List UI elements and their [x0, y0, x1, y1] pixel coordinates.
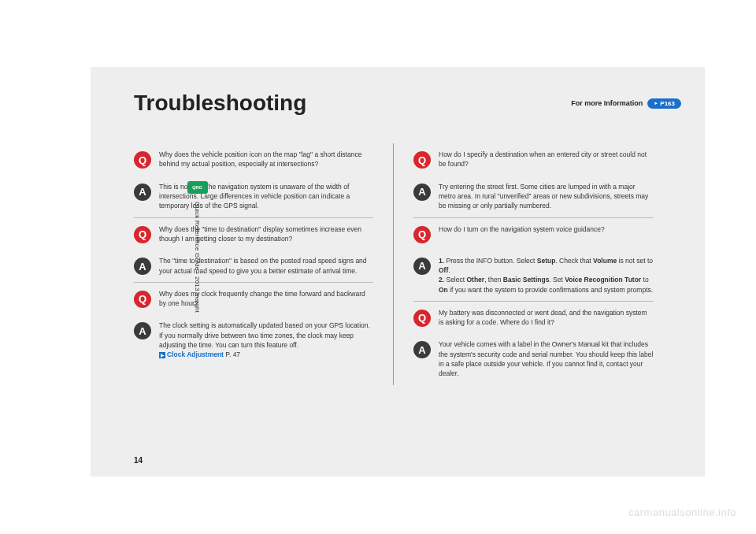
- qa-item: A Try entering the street first. Some ci…: [413, 176, 654, 218]
- qa-item: Q Why does my clock frequently change th…: [134, 283, 373, 315]
- qa-item: Q Why does the vehicle position icon on …: [134, 143, 373, 176]
- question-icon: Q: [134, 226, 151, 243]
- manual-page: QRG Quick Reference Guide - 2013 Insight…: [91, 67, 705, 477]
- answer-icon: A: [413, 341, 431, 358]
- qa-text: How do I specify a destination when an e…: [439, 150, 654, 169]
- answer-icon: A: [134, 258, 151, 275]
- qa-item: A Your vehicle comes with a label in the…: [413, 333, 654, 384]
- qa-item: Q How do I specify a destination when an…: [413, 143, 654, 176]
- qa-item: A The clock setting is automatically upd…: [134, 314, 373, 365]
- qa-item: A This is normal. The navigation system …: [134, 176, 373, 218]
- more-info-label: For more Information: [571, 99, 643, 107]
- left-column: Q Why does the vehicle position icon on …: [134, 143, 394, 385]
- qa-item: Q How do I turn on the navigation system…: [413, 218, 654, 250]
- answer-icon: A: [413, 258, 431, 275]
- answer-icon: A: [134, 184, 151, 201]
- qa-item: A 1. Press the INFO button. Select Setup…: [413, 250, 654, 302]
- watermark: carmanualsonline.info: [628, 506, 736, 518]
- qa-text: Try entering the street first. Some citi…: [439, 182, 654, 211]
- qa-text: Your vehicle comes with a label in the O…: [439, 339, 654, 378]
- qa-text: How do I turn on the navigation system v…: [439, 224, 605, 243]
- question-icon: Q: [134, 151, 151, 169]
- question-icon: Q: [134, 291, 151, 308]
- link-icon: ▶: [159, 352, 165, 358]
- qa-text: 1. Press the INFO button. Select Setup. …: [439, 256, 654, 295]
- page-number: 14: [134, 456, 143, 465]
- question-icon: Q: [413, 226, 431, 243]
- qa-text: Why does the vehicle position icon on th…: [159, 150, 373, 169]
- qa-item: Q Why does the "time to destination" dis…: [134, 218, 373, 250]
- page-ref-pill[interactable]: P163: [647, 98, 681, 109]
- qa-text: My battery was disconnected or went dead…: [439, 308, 654, 328]
- content-columns: Q Why does the vehicle position icon on …: [134, 143, 681, 385]
- sidebar-nav: QRG Quick Reference Guide - 2013 Insight…: [183, 181, 211, 534]
- qa-item: A The "time to destination" is based on …: [134, 250, 373, 283]
- qa-item: Q My battery was disconnected or went de…: [413, 302, 654, 334]
- answer-icon: A: [413, 184, 431, 201]
- question-icon: Q: [413, 151, 431, 169]
- page-title: Troubleshooting: [134, 91, 306, 116]
- tab-qrg[interactable]: QRG: [187, 181, 208, 194]
- page-header: Troubleshooting For more Information P16…: [134, 91, 681, 116]
- guide-label: Quick Reference Guide - 2013 Insight: [194, 202, 201, 313]
- answer-icon: A: [134, 322, 151, 339]
- right-column: Q How do I specify a destination when an…: [394, 143, 654, 385]
- question-icon: Q: [413, 310, 431, 327]
- more-info: For more Information P163: [571, 98, 681, 109]
